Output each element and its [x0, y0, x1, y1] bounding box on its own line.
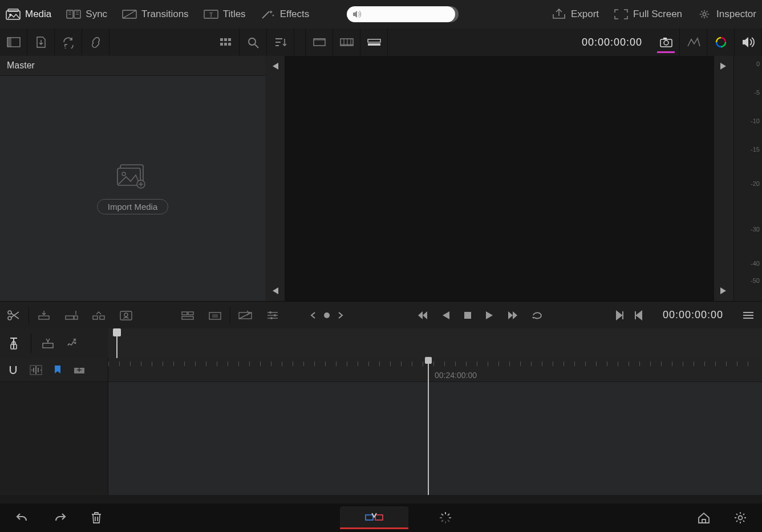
- safe-area-button[interactable]: [652, 29, 680, 56]
- scopes-button[interactable]: [680, 29, 707, 56]
- smart-insert-button[interactable]: [30, 302, 58, 329]
- color-wheel-button[interactable]: [707, 29, 735, 56]
- loop-button[interactable]: [531, 310, 544, 320]
- upper-playhead[interactable]: [113, 328, 119, 358]
- svg-rect-1: [8, 9, 18, 11]
- next-clip-button[interactable]: [615, 310, 625, 320]
- source-overwrite-button[interactable]: [201, 302, 229, 329]
- marker-button[interactable]: [52, 364, 63, 376]
- lock-track-button[interactable]: [6, 335, 22, 351]
- prev-clip-button[interactable]: [633, 310, 643, 320]
- strip-view3-button[interactable]: [360, 29, 388, 56]
- svg-rect-37: [93, 316, 98, 319]
- svg-point-50: [324, 312, 330, 318]
- stop-button[interactable]: [463, 310, 473, 320]
- next-edit-button[interactable]: [337, 311, 344, 319]
- strip-view2-button[interactable]: [333, 29, 360, 56]
- menu-media[interactable]: Media: [6, 9, 51, 20]
- last-frame-top-button[interactable]: [719, 62, 728, 71]
- svg-rect-19: [314, 39, 325, 40]
- first-frame-bot-button[interactable]: [270, 286, 279, 295]
- snap-button[interactable]: [7, 364, 19, 376]
- audio-track-button[interactable]: [64, 336, 79, 350]
- svg-rect-15: [224, 43, 227, 46]
- import-media-button[interactable]: Import Media: [97, 199, 169, 214]
- timeline-tracks[interactable]: 00:24:00:00: [108, 358, 762, 495]
- append-button[interactable]: [58, 302, 85, 329]
- place-top-button[interactable]: [174, 302, 201, 329]
- titles-icon: T: [204, 9, 218, 20]
- menu-export[interactable]: Export: [552, 9, 599, 20]
- sync-clips-button[interactable]: [55, 29, 82, 56]
- split-button[interactable]: [0, 302, 27, 329]
- camera-icon: [659, 36, 674, 48]
- svg-rect-23: [368, 43, 380, 46]
- ripple-button[interactable]: [85, 302, 112, 329]
- menu-sync[interactable]: Sync: [66, 9, 107, 20]
- effects-icon: [261, 9, 275, 20]
- sort-button[interactable]: [267, 29, 294, 56]
- import-file-button[interactable]: [27, 29, 55, 56]
- cut-page-button[interactable]: [340, 506, 408, 529]
- mediapool-header[interactable]: Master: [0, 56, 265, 76]
- play-button[interactable]: [484, 310, 495, 320]
- dissolve-button[interactable]: [232, 302, 259, 329]
- svg-rect-42: [188, 312, 193, 315]
- audio-scrub-button[interactable]: [30, 364, 42, 376]
- menu-effects[interactable]: Effects: [261, 9, 310, 20]
- edit-page-button[interactable]: [431, 506, 460, 529]
- menu-titles-label: Titles: [223, 9, 246, 20]
- menu-fullscreen[interactable]: Full Screen: [614, 9, 682, 20]
- svg-rect-57: [79, 368, 80, 372]
- prev-edit-button[interactable]: [309, 311, 317, 319]
- thumbnail-view-button[interactable]: [212, 29, 240, 56]
- pane-icon: [6, 36, 21, 48]
- video-track-button[interactable]: [40, 336, 55, 350]
- append-icon: [64, 309, 79, 322]
- svg-rect-58: [366, 515, 373, 520]
- file-arrow-icon: [34, 36, 48, 48]
- media-pool-icon: [6, 9, 21, 20]
- close-up-button[interactable]: [112, 302, 140, 329]
- volume-slider[interactable]: [347, 6, 455, 22]
- viewer-timecode[interactable]: 00:00:00:00: [572, 36, 652, 48]
- search-button[interactable]: [240, 29, 267, 56]
- strip-view1-button[interactable]: [306, 29, 333, 56]
- ripple-icon: [91, 309, 106, 322]
- go-start-button[interactable]: [416, 310, 429, 320]
- svg-rect-10: [7, 38, 11, 47]
- link-button[interactable]: [82, 29, 110, 56]
- cut-page-icon: [364, 510, 384, 524]
- transitions-icon: [122, 9, 137, 20]
- undo-button[interactable]: [15, 511, 30, 524]
- link-icon: [88, 36, 103, 48]
- delete-button[interactable]: [90, 511, 103, 525]
- svg-point-33: [8, 316, 11, 320]
- svg-point-25: [664, 40, 668, 45]
- menu-inspector[interactable]: Inspector: [697, 9, 756, 20]
- timeline-playhead[interactable]: [428, 358, 429, 495]
- pane-layout-button[interactable]: [0, 29, 27, 56]
- settings-button[interactable]: [733, 511, 747, 525]
- last-frame-bot-button[interactable]: [719, 286, 728, 295]
- mute-button[interactable]: [735, 29, 762, 56]
- svg-point-49: [270, 317, 273, 319]
- home-button[interactable]: [697, 511, 711, 524]
- redo-button[interactable]: [52, 511, 67, 524]
- go-end-button[interactable]: [506, 310, 520, 320]
- viewer-canvas[interactable]: [285, 56, 714, 301]
- transport-timecode[interactable]: 00:00:00:00: [651, 309, 735, 321]
- cut-tool-button[interactable]: [259, 302, 286, 329]
- first-frame-top-button[interactable]: [270, 62, 279, 71]
- timeline-menu-button[interactable]: [735, 302, 762, 329]
- svg-rect-11: [220, 38, 223, 41]
- menu-inspector-label: Inspector: [716, 9, 756, 20]
- import-media-icon: [116, 163, 150, 189]
- add-track-button[interactable]: [73, 365, 86, 375]
- play-reverse-button[interactable]: [441, 310, 451, 320]
- timeline-ruler-upper[interactable]: [108, 328, 762, 358]
- menu-transitions[interactable]: Transitions: [122, 9, 189, 20]
- menu-titles[interactable]: T Titles: [204, 9, 246, 20]
- strip1-icon: [312, 36, 327, 48]
- svg-rect-39: [120, 311, 132, 320]
